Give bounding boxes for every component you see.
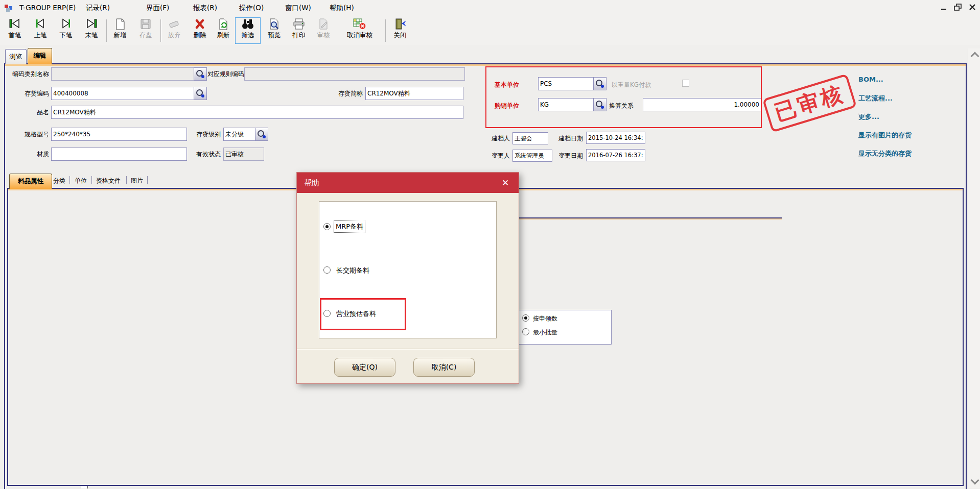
status-input <box>223 148 264 161</box>
modify-date-label: 变更日期 <box>558 152 583 160</box>
preview-icon <box>263 18 286 31</box>
sales-forecast-prepare-label[interactable]: 营业预估备料 <box>336 309 376 319</box>
subtab-units[interactable]: 单位 <box>75 177 87 185</box>
by-min-batch-label: 最小批量 <box>533 329 557 336</box>
restore-icon[interactable] <box>952 3 964 12</box>
by-request-radio[interactable] <box>522 314 529 322</box>
product-name-input[interactable] <box>51 106 463 119</box>
delete-button[interactable]: 删除 <box>188 17 212 44</box>
prev-record-icon <box>29 18 52 31</box>
rule-code-input[interactable] <box>244 67 465 81</box>
link-show-with-images[interactable]: 显示有图片的存货 <box>858 131 912 140</box>
product-name-label: 品名 <box>4 109 49 116</box>
subtab-item-attributes[interactable]: 料品属性 <box>9 174 52 189</box>
rule-code-label: 对应规则编码 <box>207 70 242 78</box>
save-button[interactable]: 存盘 <box>134 17 157 44</box>
link-bom[interactable]: BOM... <box>858 76 883 83</box>
material-input[interactable] <box>51 148 187 161</box>
scroll-down-icon[interactable] <box>971 476 979 485</box>
dialog-title-bar[interactable]: 帮助 <box>297 173 519 193</box>
menu-item-window[interactable]: 窗口(W) <box>285 4 311 13</box>
subtab-separator <box>69 176 70 184</box>
last-record-button[interactable]: 末笔 <box>80 17 103 44</box>
unit-annotation-box <box>485 66 762 128</box>
stock-code-input[interactable] <box>51 87 207 100</box>
save-floppy-icon <box>134 18 157 31</box>
sales-forecast-prepare-radio[interactable] <box>323 310 331 317</box>
filter-button[interactable]: 筛选 <box>235 17 261 44</box>
first-record-icon <box>3 18 27 31</box>
mrp-prepare-radio[interactable] <box>323 223 331 230</box>
subtab-images[interactable]: 图片 <box>131 177 143 185</box>
link-show-unclassified[interactable]: 显示无分类的存货 <box>858 149 912 158</box>
minimize-icon[interactable] <box>938 3 949 12</box>
magnifier-icon <box>194 87 206 100</box>
menu-item-app[interactable]: T-GROUP ERP(E) <box>19 4 76 12</box>
prev-record-button[interactable]: 上笔 <box>29 17 52 44</box>
subtab-classification[interactable]: 分类 <box>53 177 65 185</box>
stock-level-lookup-button[interactable] <box>255 128 268 141</box>
material-label: 材质 <box>4 151 49 158</box>
modifier-label: 变更人 <box>492 152 510 160</box>
cancel-button[interactable]: 取消(C) <box>413 358 475 377</box>
close-window-icon[interactable] <box>967 3 978 12</box>
audit-button[interactable]: 审核 <box>312 17 335 44</box>
modify-date-input <box>586 149 645 161</box>
help-dialog: 帮助 ✕ MRP备料 长交期备料 营业预估备料 确定(Q) 取消(C) <box>296 172 519 384</box>
cancel-audit-icon <box>336 18 383 31</box>
by-min-batch-radio[interactable] <box>522 328 529 335</box>
ok-button[interactable]: 确定(Q) <box>334 358 395 377</box>
spec-label: 规格型号 <box>4 131 49 138</box>
discard-button[interactable]: 放弃 <box>162 17 186 44</box>
issue-mode-groupbox <box>518 310 612 345</box>
subtab-qualification-files[interactable]: 资格文件 <box>96 177 121 185</box>
first-record-button[interactable]: 首笔 <box>3 17 27 44</box>
menu-item-record[interactable]: 记录(R) <box>86 4 110 13</box>
subtab-separator <box>91 176 92 184</box>
dialog-close-icon[interactable]: ✕ <box>499 173 511 193</box>
creator-input <box>512 132 548 144</box>
menu-item-ui[interactable]: 界面(F) <box>146 4 169 13</box>
code-type-lookup-button[interactable] <box>194 67 207 81</box>
printer-icon <box>287 18 311 31</box>
dialog-footer-separator <box>297 349 519 349</box>
long-lead-prepare-radio[interactable] <box>323 266 331 274</box>
tab-browse[interactable]: 浏览 <box>5 49 27 64</box>
scroll-up-icon[interactable] <box>971 52 979 61</box>
delete-x-icon <box>188 18 212 31</box>
link-more[interactable]: 更多... <box>858 112 879 121</box>
binoculars-icon <box>235 18 261 31</box>
close-form-button[interactable]: 关闭 <box>388 17 412 44</box>
create-date-label: 建档日期 <box>558 135 583 142</box>
spec-input[interactable] <box>51 128 187 141</box>
next-record-icon <box>54 18 78 31</box>
new-button[interactable]: 新增 <box>108 17 132 44</box>
stock-code-lookup-button[interactable] <box>194 87 207 100</box>
erp-window: T-GROUP ERP(E) 记录(R) 界面(F) 报表(R) 操作(O) 窗… <box>0 0 980 489</box>
mrp-prepare-label[interactable]: MRP备料 <box>334 221 365 232</box>
eraser-icon <box>162 18 186 31</box>
stock-abbr-input[interactable] <box>365 87 463 100</box>
next-record-button[interactable]: 下笔 <box>54 17 78 44</box>
menu-bar: T-GROUP ERP(E) 记录(R) 界面(F) 报表(R) 操作(O) 窗… <box>0 0 980 16</box>
refresh-icon <box>212 18 235 31</box>
subtab-separator <box>147 176 148 184</box>
magnifier-icon <box>255 128 268 140</box>
preview-button[interactable]: 预览 <box>263 17 286 44</box>
menu-item-report[interactable]: 报表(R) <box>193 4 217 13</box>
magnifier-icon <box>194 68 206 80</box>
code-type-label: 编码类别名称 <box>4 70 49 78</box>
menu-item-help[interactable]: 帮助(H) <box>330 4 354 13</box>
tab-edit[interactable]: 编辑 <box>28 48 52 64</box>
toolbar: 首笔 上笔 下笔 末笔 新增 存盘 放弃 删除 刷新 筛选 预览 打印 审核 取… <box>0 16 980 45</box>
print-button[interactable]: 打印 <box>287 17 311 44</box>
vertical-scrollbar[interactable] <box>968 48 980 488</box>
link-process-flow[interactable]: 工艺流程... <box>858 94 893 103</box>
status-label: 有效状态 <box>190 151 221 158</box>
cancel-audit-button[interactable]: 取消审核 <box>336 17 383 44</box>
long-lead-prepare-label[interactable]: 长交期备料 <box>336 266 369 275</box>
menu-item-action[interactable]: 操作(O) <box>239 4 264 13</box>
toolbar-separator <box>106 19 107 42</box>
code-type-input[interactable] <box>51 67 207 81</box>
refresh-button[interactable]: 刷新 <box>212 17 235 44</box>
